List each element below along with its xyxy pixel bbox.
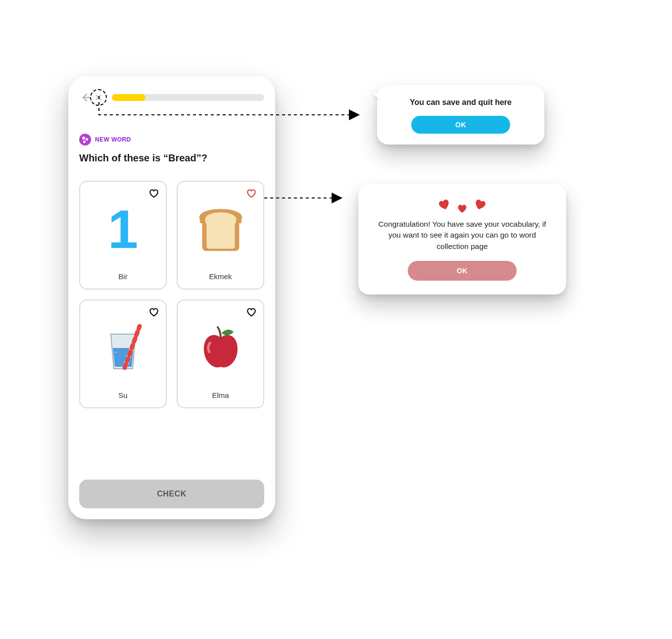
card-label: Su	[118, 391, 127, 399]
new-word-icon	[79, 134, 91, 146]
lesson-header	[79, 89, 264, 106]
popup-save-quit: You can save and quit here OK	[377, 85, 544, 145]
back-icon[interactable]	[79, 92, 91, 103]
popup-vocab-saved: Congratulation! You have save your vocab…	[358, 184, 566, 295]
favorite-button[interactable]	[244, 187, 258, 200]
favorite-button[interactable]	[147, 305, 161, 319]
heart-icon	[246, 188, 257, 199]
speech-tail	[372, 93, 380, 100]
heart-icon	[148, 307, 159, 318]
popup-saved-ok-button[interactable]: OK	[408, 261, 517, 281]
popup-quit-text: You can save and quit here	[388, 98, 533, 107]
heart-icon	[148, 188, 159, 199]
one-icon: 1	[108, 202, 138, 256]
card-label: Bir	[118, 272, 127, 281]
svg-text:~: ~	[114, 350, 117, 355]
new-word-tag: NEW WORD	[79, 134, 264, 146]
design-canvas: NEW WORD Which of these is “Bread”? 1 Bi…	[0, 0, 672, 639]
heart-icon	[246, 307, 257, 318]
phone-frame: NEW WORD Which of these is “Bread”? 1 Bi…	[68, 76, 275, 519]
favorite-button[interactable]	[147, 187, 161, 200]
answer-grid: 1 Bir Ekmek	[79, 181, 264, 408]
card-label: Elma	[212, 391, 229, 399]
glass-icon: ~	[101, 323, 145, 373]
bread-icon	[193, 204, 248, 254]
hearts-decoration	[374, 198, 550, 212]
check-button[interactable]: CHECK	[79, 480, 264, 508]
answer-card-elma[interactable]: Elma	[177, 299, 264, 408]
answer-card-ekmek[interactable]: Ekmek	[177, 181, 264, 290]
close-button[interactable]	[90, 89, 107, 106]
apple-icon	[196, 323, 245, 373]
progress-bar	[112, 94, 264, 101]
new-word-label: NEW WORD	[95, 136, 131, 143]
answer-card-su[interactable]: ~ Su	[79, 299, 167, 408]
question-text: Which of these is “Bread”?	[79, 152, 264, 164]
progress-fill	[112, 94, 145, 101]
favorite-button[interactable]	[244, 305, 258, 319]
heart-icon	[471, 196, 488, 213]
popup-saved-text: Congratulation! You have save your vocab…	[374, 219, 550, 252]
heart-icon	[456, 203, 468, 215]
answer-card-bir[interactable]: 1 Bir	[79, 181, 167, 290]
popup-quit-ok-button[interactable]: OK	[411, 116, 510, 134]
heart-icon	[435, 196, 453, 213]
card-label: Ekmek	[209, 272, 232, 281]
